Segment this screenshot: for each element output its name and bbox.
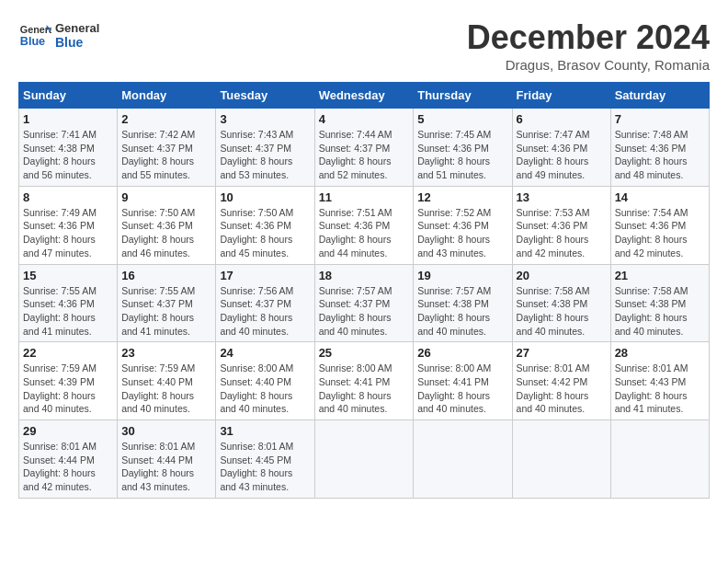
calendar-week-row: 8 Sunrise: 7:49 AMSunset: 4:36 PMDayligh… bbox=[19, 186, 710, 264]
day-number: 30 bbox=[121, 424, 211, 438]
calendar-day-cell: 7 Sunrise: 7:48 AMSunset: 4:36 PMDayligh… bbox=[610, 109, 709, 187]
calendar-title: December 2024 bbox=[467, 18, 710, 57]
calendar-day-cell bbox=[512, 420, 610, 499]
day-number: 1 bbox=[23, 112, 113, 126]
day-number: 27 bbox=[517, 346, 607, 360]
calendar-day-cell: 29 Sunrise: 8:01 AMSunset: 4:44 PMDaylig… bbox=[19, 420, 118, 499]
day-number: 4 bbox=[319, 112, 410, 126]
calendar-day-cell: 16 Sunrise: 7:55 AMSunset: 4:37 PMDaylig… bbox=[118, 264, 216, 342]
day-of-week-header: Tuesday bbox=[216, 83, 314, 109]
calendar-day-cell bbox=[610, 420, 709, 499]
day-number: 22 bbox=[23, 346, 113, 360]
day-of-week-header: Thursday bbox=[414, 83, 512, 109]
day-number: 17 bbox=[220, 269, 310, 282]
day-detail: Sunrise: 8:00 AMSunset: 4:40 PMDaylight:… bbox=[220, 362, 293, 414]
day-number: 2 bbox=[121, 112, 211, 126]
calendar-day-cell: 30 Sunrise: 8:01 AMSunset: 4:44 PMDaylig… bbox=[118, 420, 216, 499]
calendar-day-cell bbox=[414, 420, 512, 499]
day-detail: Sunrise: 7:52 AMSunset: 4:36 PMDaylight:… bbox=[417, 207, 491, 259]
day-detail: Sunrise: 7:41 AMSunset: 4:38 PMDaylight:… bbox=[23, 129, 97, 180]
day-detail: Sunrise: 7:47 AMSunset: 4:36 PMDaylight:… bbox=[517, 129, 590, 180]
day-of-week-header: Monday bbox=[118, 83, 216, 109]
calendar-day-cell: 19 Sunrise: 7:57 AMSunset: 4:38 PMDaylig… bbox=[414, 264, 512, 342]
day-number: 29 bbox=[23, 424, 113, 438]
calendar-day-cell: 22 Sunrise: 7:59 AMSunset: 4:39 PMDaylig… bbox=[19, 342, 118, 420]
calendar-day-cell: 2 Sunrise: 7:42 AMSunset: 4:37 PMDayligh… bbox=[118, 109, 216, 187]
calendar-day-cell: 1 Sunrise: 7:41 AMSunset: 4:38 PMDayligh… bbox=[19, 109, 118, 187]
calendar-day-cell: 6 Sunrise: 7:47 AMSunset: 4:36 PMDayligh… bbox=[512, 109, 610, 187]
calendar-day-cell: 5 Sunrise: 7:45 AMSunset: 4:36 PMDayligh… bbox=[414, 109, 512, 187]
calendar-day-cell: 13 Sunrise: 7:53 AMSunset: 4:36 PMDaylig… bbox=[512, 186, 610, 264]
calendar-day-cell bbox=[314, 420, 414, 499]
day-number: 8 bbox=[23, 190, 113, 204]
day-number: 14 bbox=[615, 190, 705, 204]
calendar-day-cell: 25 Sunrise: 8:00 AMSunset: 4:41 PMDaylig… bbox=[314, 342, 414, 420]
day-detail: Sunrise: 8:01 AMSunset: 4:44 PMDaylight:… bbox=[121, 441, 195, 492]
day-detail: Sunrise: 7:51 AMSunset: 4:36 PMDaylight:… bbox=[319, 207, 392, 259]
title-section: December 2024 Dragus, Brasov County, Rom… bbox=[467, 18, 710, 73]
calendar-day-cell: 11 Sunrise: 7:51 AMSunset: 4:36 PMDaylig… bbox=[314, 186, 414, 264]
day-number: 20 bbox=[517, 269, 607, 282]
day-number: 13 bbox=[517, 190, 607, 204]
calendar-day-cell: 27 Sunrise: 8:01 AMSunset: 4:42 PMDaylig… bbox=[512, 342, 610, 420]
day-detail: Sunrise: 7:59 AMSunset: 4:40 PMDaylight:… bbox=[121, 362, 195, 414]
calendar-day-cell: 18 Sunrise: 7:57 AMSunset: 4:37 PMDaylig… bbox=[314, 264, 414, 342]
day-detail: Sunrise: 7:53 AMSunset: 4:36 PMDaylight:… bbox=[517, 207, 590, 259]
logo-general-text: General bbox=[55, 21, 99, 35]
calendar-day-cell: 20 Sunrise: 7:58 AMSunset: 4:38 PMDaylig… bbox=[512, 264, 610, 342]
calendar-week-row: 1 Sunrise: 7:41 AMSunset: 4:38 PMDayligh… bbox=[19, 109, 710, 187]
day-of-week-header: Saturday bbox=[610, 83, 709, 109]
day-number: 18 bbox=[319, 269, 410, 282]
day-number: 11 bbox=[319, 190, 410, 204]
calendar-day-cell: 23 Sunrise: 7:59 AMSunset: 4:40 PMDaylig… bbox=[118, 342, 216, 420]
calendar-day-cell: 21 Sunrise: 7:58 AMSunset: 4:38 PMDaylig… bbox=[610, 264, 709, 342]
calendar-header-row: SundayMondayTuesdayWednesdayThursdayFrid… bbox=[19, 83, 710, 109]
day-detail: Sunrise: 7:45 AMSunset: 4:36 PMDaylight:… bbox=[417, 129, 491, 180]
day-detail: Sunrise: 8:01 AMSunset: 4:44 PMDaylight:… bbox=[23, 441, 97, 492]
day-detail: Sunrise: 7:49 AMSunset: 4:36 PMDaylight:… bbox=[23, 207, 97, 259]
day-of-week-header: Sunday bbox=[19, 83, 118, 109]
day-detail: Sunrise: 7:44 AMSunset: 4:37 PMDaylight:… bbox=[319, 129, 392, 180]
day-detail: Sunrise: 7:42 AMSunset: 4:37 PMDaylight:… bbox=[121, 129, 195, 180]
day-number: 9 bbox=[121, 190, 211, 204]
day-number: 28 bbox=[615, 346, 705, 360]
day-number: 21 bbox=[615, 269, 705, 282]
day-detail: Sunrise: 7:54 AMSunset: 4:36 PMDaylight:… bbox=[615, 207, 688, 259]
logo-icon: General Blue bbox=[18, 18, 51, 52]
calendar-body: 1 Sunrise: 7:41 AMSunset: 4:38 PMDayligh… bbox=[19, 109, 710, 499]
day-detail: Sunrise: 7:57 AMSunset: 4:38 PMDaylight:… bbox=[417, 285, 491, 337]
svg-text:Blue: Blue bbox=[20, 35, 45, 48]
calendar-day-cell: 26 Sunrise: 8:00 AMSunset: 4:41 PMDaylig… bbox=[414, 342, 512, 420]
calendar-day-cell: 12 Sunrise: 7:52 AMSunset: 4:36 PMDaylig… bbox=[414, 186, 512, 264]
calendar-week-row: 29 Sunrise: 8:01 AMSunset: 4:44 PMDaylig… bbox=[19, 420, 710, 499]
day-detail: Sunrise: 7:55 AMSunset: 4:37 PMDaylight:… bbox=[121, 285, 195, 337]
day-number: 23 bbox=[121, 346, 211, 360]
calendar-table: SundayMondayTuesdayWednesdayThursdayFrid… bbox=[18, 82, 710, 499]
calendar-day-cell: 24 Sunrise: 8:00 AMSunset: 4:40 PMDaylig… bbox=[216, 342, 314, 420]
day-number: 26 bbox=[417, 346, 507, 360]
calendar-day-cell: 10 Sunrise: 7:50 AMSunset: 4:36 PMDaylig… bbox=[216, 186, 314, 264]
day-detail: Sunrise: 7:58 AMSunset: 4:38 PMDaylight:… bbox=[517, 285, 590, 337]
calendar-subtitle: Dragus, Brasov County, Romania bbox=[467, 57, 710, 73]
day-detail: Sunrise: 7:55 AMSunset: 4:36 PMDaylight:… bbox=[23, 285, 97, 337]
calendar-day-cell: 9 Sunrise: 7:50 AMSunset: 4:36 PMDayligh… bbox=[118, 186, 216, 264]
logo-blue-text: Blue bbox=[55, 35, 99, 50]
day-number: 19 bbox=[417, 269, 507, 282]
day-detail: Sunrise: 7:59 AMSunset: 4:39 PMDaylight:… bbox=[23, 362, 97, 414]
calendar-header: General Blue General Blue December 2024 … bbox=[18, 18, 710, 73]
calendar-day-cell: 17 Sunrise: 7:56 AMSunset: 4:37 PMDaylig… bbox=[216, 264, 314, 342]
day-number: 3 bbox=[220, 112, 310, 126]
calendar-week-row: 15 Sunrise: 7:55 AMSunset: 4:36 PMDaylig… bbox=[19, 264, 710, 342]
day-detail: Sunrise: 7:50 AMSunset: 4:36 PMDaylight:… bbox=[220, 207, 293, 259]
day-number: 10 bbox=[220, 190, 310, 204]
calendar-day-cell: 14 Sunrise: 7:54 AMSunset: 4:36 PMDaylig… bbox=[610, 186, 709, 264]
day-detail: Sunrise: 8:01 AMSunset: 4:45 PMDaylight:… bbox=[220, 441, 293, 492]
day-detail: Sunrise: 7:48 AMSunset: 4:36 PMDaylight:… bbox=[615, 129, 688, 180]
day-detail: Sunrise: 7:50 AMSunset: 4:36 PMDaylight:… bbox=[121, 207, 195, 259]
day-number: 16 bbox=[121, 269, 211, 282]
day-number: 7 bbox=[615, 112, 705, 126]
day-number: 5 bbox=[417, 112, 507, 126]
calendar-day-cell: 8 Sunrise: 7:49 AMSunset: 4:36 PMDayligh… bbox=[19, 186, 118, 264]
day-detail: Sunrise: 7:57 AMSunset: 4:37 PMDaylight:… bbox=[319, 285, 392, 337]
day-detail: Sunrise: 8:00 AMSunset: 4:41 PMDaylight:… bbox=[319, 362, 392, 414]
